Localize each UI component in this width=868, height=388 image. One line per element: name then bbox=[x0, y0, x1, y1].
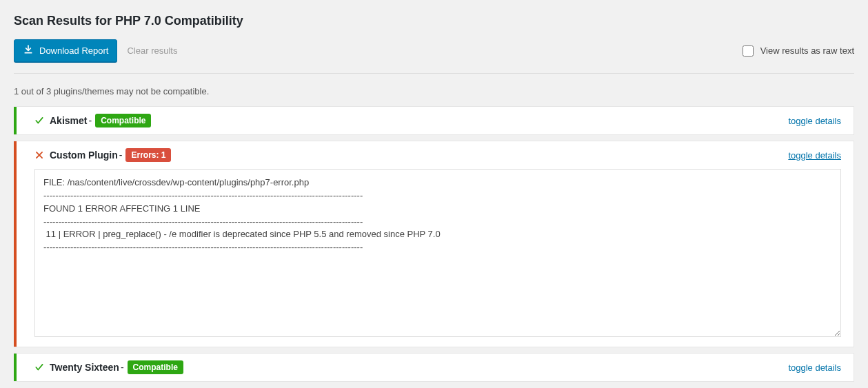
download-icon bbox=[23, 44, 34, 57]
raw-text-toggle[interactable]: View results as raw text bbox=[743, 45, 854, 57]
status-bar bbox=[14, 354, 17, 381]
check-icon bbox=[34, 116, 44, 125]
x-icon bbox=[34, 150, 44, 160]
result-header: Custom Plugin - Errors: 1toggle details bbox=[14, 141, 854, 169]
status-bar bbox=[14, 141, 17, 347]
check-icon bbox=[34, 363, 44, 372]
separator: - bbox=[121, 362, 124, 373]
status-badge: Compatible bbox=[95, 114, 151, 127]
plugin-name: Twenty Sixteen bbox=[50, 362, 119, 373]
toggle-details-link[interactable]: toggle details bbox=[788, 150, 841, 161]
plugin-name: Custom Plugin bbox=[50, 150, 118, 161]
download-report-label: Download Report bbox=[39, 45, 108, 56]
status-badge: Compatible bbox=[128, 360, 183, 374]
results-list: Akismet - Compatibletoggle detailsCustom… bbox=[14, 106, 854, 382]
raw-text-checkbox[interactable] bbox=[743, 45, 754, 57]
status-bar bbox=[14, 107, 17, 134]
toggle-details-link[interactable]: toggle details bbox=[788, 363, 841, 373]
separator: - bbox=[88, 115, 92, 126]
separator: - bbox=[119, 150, 123, 161]
plugin-name: Akismet bbox=[50, 115, 87, 126]
toggle-details-link[interactable]: toggle details bbox=[788, 116, 841, 126]
error-details[interactable]: FILE: /nas/content/live/crossdev/wp-cont… bbox=[34, 169, 841, 337]
raw-text-label: View results as raw text bbox=[760, 45, 854, 56]
result-item: Custom Plugin - Errors: 1toggle detailsF… bbox=[14, 141, 854, 347]
result-header: Twenty Sixteen - Compatibletoggle detail… bbox=[14, 354, 854, 381]
summary-text: 1 out of 3 plugins/themes may not be com… bbox=[14, 74, 854, 106]
download-report-button[interactable]: Download Report bbox=[14, 39, 117, 62]
result-item: Twenty Sixteen - Compatibletoggle detail… bbox=[14, 353, 854, 382]
page-title: Scan Results for PHP 7.0 Compatibility bbox=[14, 0, 854, 39]
result-header: Akismet - Compatibletoggle details bbox=[14, 107, 854, 134]
toolbar: Download Report Clear results View resul… bbox=[14, 39, 854, 74]
status-badge: Errors: 1 bbox=[125, 148, 171, 162]
clear-results-link[interactable]: Clear results bbox=[127, 45, 177, 56]
result-item: Akismet - Compatibletoggle details bbox=[14, 106, 854, 135]
